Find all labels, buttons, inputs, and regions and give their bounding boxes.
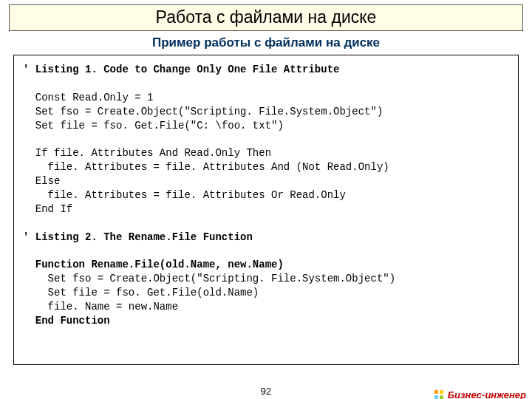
listing1-line: Set file = fso. Get.File("C: \foo. txt") <box>23 120 284 132</box>
listing2-line: Set file = fso. Get.File(old.Name) <box>23 287 259 299</box>
slide-page: Работа с файлами на диске Пример работы … <box>0 4 532 399</box>
listing2-line-bold: Function Rename.File(old.Name, new.Name) <box>23 259 284 270</box>
brand-icon <box>434 390 445 400</box>
page-title: Работа с файлами на диске <box>9 4 523 31</box>
code-listing-box: ' Listing 1. Code to Change Only One Fil… <box>13 55 519 365</box>
listing1-line: file. Attributes = file. Attributes And … <box>23 161 389 173</box>
listing1-header: ' Listing 1. Code to Change Only One Fil… <box>23 64 339 75</box>
listing1-line: End If <box>23 203 72 215</box>
brand-label: Бизнес-инженер <box>434 389 526 399</box>
listing1-line: Set fso = Create.Object("Scripting. File… <box>23 106 383 117</box>
listing1-line: If file. Attributes And Read.Only Then <box>23 147 271 159</box>
footer: 92 Бизнес-инженер <box>0 386 532 399</box>
page-number-text: 92 <box>261 386 271 397</box>
brand-text: Бизнес-инженер <box>448 389 526 399</box>
listing2-line: file. Name = new.Name <box>23 301 178 313</box>
title-text: Работа с файлами на диске <box>156 7 377 27</box>
subtitle-text: Пример работы с файлами на диске <box>152 35 380 50</box>
listing2-line: Set fso = Create.Object("Scripting. File… <box>23 273 395 284</box>
listing1-line: file. Attributes = file. Attributes Or R… <box>23 189 346 201</box>
listing2-line-bold: End Function <box>23 315 110 327</box>
listing1-line: Else <box>23 175 60 187</box>
listing1-line: Const Read.Only = 1 <box>23 92 153 103</box>
subtitle: Пример работы с файлами на диске <box>0 35 532 50</box>
listing2-header: ' Listing 2. The Rename.File Function <box>23 231 253 243</box>
